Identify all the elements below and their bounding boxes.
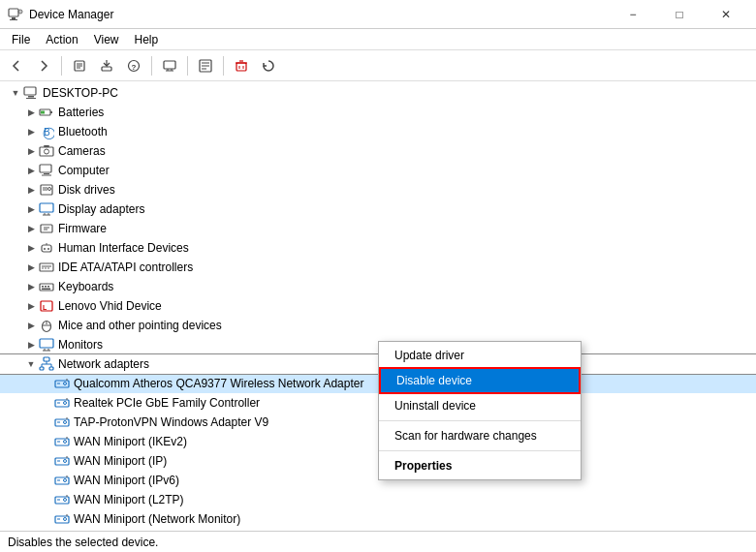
expand-icon-tap bbox=[39, 414, 54, 430]
netcard-icon bbox=[54, 376, 70, 391]
expand-icon-wan-ikev2 bbox=[39, 434, 54, 449]
svg-rect-49 bbox=[42, 245, 51, 252]
tree-item-bluetooth[interactable]: ▶◯BBluetooth bbox=[0, 122, 756, 141]
tree-item-displayadapters[interactable]: ▶Display adapters bbox=[0, 199, 756, 219]
expand-icon-batteries: ▶ bbox=[23, 105, 39, 120]
svg-rect-96 bbox=[57, 460, 60, 462]
maximize-button[interactable]: □ bbox=[657, 0, 702, 29]
title-controls: − □ ✕ bbox=[611, 0, 748, 29]
tree-item-batteries[interactable]: ▶Batteries bbox=[0, 103, 756, 122]
expand-icon-wan-l2tp bbox=[39, 492, 54, 507]
forward-button[interactable] bbox=[31, 53, 56, 78]
camera-icon bbox=[39, 143, 54, 159]
properties-button[interactable] bbox=[67, 53, 92, 78]
svg-rect-2 bbox=[10, 19, 17, 20]
expand-icon-realtek bbox=[39, 395, 54, 411]
ctx-item-update-driver[interactable]: Update driver bbox=[379, 344, 581, 367]
tree-item-firmware[interactable]: ▶Firmware bbox=[0, 219, 756, 238]
svg-point-105 bbox=[64, 499, 67, 502]
tree-label-qualcomm: Qualcomm Atheros QCA9377 Wireless Networ… bbox=[74, 377, 363, 390]
tree-item-wan-pppoe[interactable]: WAN Miniport (PPPOE) bbox=[0, 529, 756, 531]
expand-icon-wan-ip bbox=[39, 453, 54, 469]
svg-rect-104 bbox=[57, 499, 60, 501]
tree-root[interactable]: ▼ DESKTOP-PC bbox=[0, 83, 756, 103]
svg-rect-1 bbox=[12, 17, 16, 19]
svg-rect-37 bbox=[44, 173, 49, 174]
svg-rect-42 bbox=[40, 203, 53, 212]
expand-icon-diskdrives: ▶ bbox=[23, 182, 39, 198]
menu-bar: File Action View Help bbox=[0, 29, 756, 50]
tree-label-keyboards: Keyboards bbox=[58, 280, 113, 293]
menu-help[interactable]: Help bbox=[127, 29, 167, 50]
svg-rect-27 bbox=[26, 98, 36, 99]
menu-view[interactable]: View bbox=[86, 29, 127, 50]
svg-rect-46 bbox=[41, 225, 52, 232]
minimize-button[interactable]: − bbox=[611, 0, 655, 29]
menu-file[interactable]: File bbox=[4, 29, 38, 50]
close-button[interactable]: ✕ bbox=[704, 0, 748, 29]
ctx-item-properties[interactable]: Properties bbox=[379, 454, 581, 477]
back-button[interactable] bbox=[4, 53, 29, 78]
expand-icon-hid: ▶ bbox=[23, 240, 39, 256]
svg-rect-25 bbox=[24, 87, 36, 95]
scan-button[interactable] bbox=[256, 53, 281, 78]
firmware-icon bbox=[39, 221, 54, 236]
svg-point-34 bbox=[45, 149, 49, 154]
netcard-icon bbox=[54, 473, 70, 488]
tree-item-ideata[interactable]: ▶IDE ATA/ATAPI controllers bbox=[0, 258, 756, 277]
events-button[interactable] bbox=[193, 53, 218, 78]
svg-point-93 bbox=[64, 441, 67, 444]
netcard-icon bbox=[54, 511, 70, 527]
tree-item-mice[interactable]: ▶Mice and other pointing devices bbox=[0, 316, 756, 335]
context-menu: Update driverDisable deviceUninstall dev… bbox=[378, 341, 582, 480]
ctx-item-scan-hardware[interactable]: Scan for hardware changes bbox=[379, 424, 581, 447]
netcard-icon bbox=[54, 414, 70, 430]
svg-text:B: B bbox=[44, 127, 50, 138]
svg-text:L: L bbox=[43, 304, 47, 311]
svg-point-101 bbox=[64, 479, 67, 482]
tree-label-firmware: Firmware bbox=[58, 222, 107, 235]
svg-rect-0 bbox=[9, 9, 18, 16]
ctx-item-disable-device[interactable]: Disable device bbox=[379, 367, 581, 394]
update-driver-button[interactable] bbox=[94, 53, 119, 78]
tree-label-networkadapters: Network adapters bbox=[58, 357, 149, 371]
svg-rect-80 bbox=[57, 383, 60, 384]
svg-point-109 bbox=[64, 518, 67, 521]
tree-label-batteries: Batteries bbox=[58, 106, 104, 119]
display-devices-button[interactable] bbox=[157, 53, 182, 78]
tree-item-computer[interactable]: ▶Computer bbox=[0, 161, 756, 180]
root-expand-icon: ▼ bbox=[8, 85, 23, 101]
expand-icon-bluetooth: ▶ bbox=[23, 124, 39, 139]
svg-rect-60 bbox=[45, 286, 47, 288]
tree-label-cameras: Cameras bbox=[58, 144, 106, 158]
tree-item-lenovo[interactable]: ▶LLenovo Vhid Device bbox=[0, 296, 756, 316]
expand-icon-wan-netmon bbox=[39, 511, 54, 527]
tree-label-tap: TAP-ProtonVPN Windows Adapter V9 bbox=[74, 415, 268, 429]
tree-label-computer: Computer bbox=[58, 164, 110, 177]
svg-rect-20 bbox=[236, 63, 246, 71]
svg-rect-33 bbox=[40, 147, 53, 156]
svg-rect-9 bbox=[102, 67, 111, 71]
svg-rect-26 bbox=[28, 96, 34, 98]
svg-rect-30 bbox=[41, 111, 45, 114]
menu-action[interactable]: Action bbox=[38, 29, 85, 50]
tree-item-hid[interactable]: ▶Human Interface Devices bbox=[0, 238, 756, 258]
svg-rect-53 bbox=[40, 263, 53, 271]
tree-item-diskdrives[interactable]: ▶Disk drives bbox=[0, 180, 756, 199]
tree-item-keyboards[interactable]: ▶Keyboards bbox=[0, 277, 756, 296]
svg-rect-61 bbox=[47, 286, 49, 288]
help-button[interactable]: ? bbox=[121, 53, 146, 78]
uninstall-button[interactable] bbox=[229, 53, 254, 78]
ctx-item-uninstall-device[interactable]: Uninstall device bbox=[379, 394, 581, 417]
computer-icon bbox=[39, 163, 54, 178]
tree-item-cameras[interactable]: ▶Cameras bbox=[0, 141, 756, 161]
tree-item-wan-l2tp[interactable]: WAN Miniport (L2TP) bbox=[0, 490, 756, 509]
svg-rect-12 bbox=[164, 61, 175, 69]
main-panel: ▼ DESKTOP-PC ▶Batteries▶◯BBluetooth▶Came… bbox=[0, 81, 756, 531]
svg-rect-73 bbox=[40, 367, 44, 370]
tree-item-wan-netmon[interactable]: WAN Miniport (Network Monitor) bbox=[0, 509, 756, 529]
svg-rect-38 bbox=[42, 175, 51, 176]
svg-point-55 bbox=[42, 267, 44, 269]
toolbar-sep-1 bbox=[61, 56, 62, 76]
svg-rect-35 bbox=[44, 145, 49, 147]
